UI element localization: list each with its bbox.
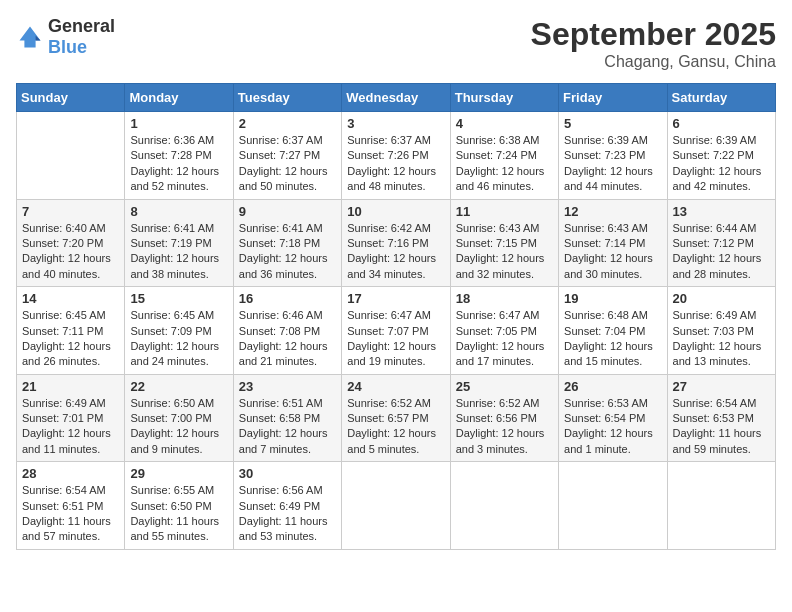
- day-number: 9: [239, 204, 336, 219]
- daylight-text: Daylight: 12 hours and 9 minutes.: [130, 426, 227, 457]
- weekday-header-cell: Tuesday: [233, 84, 341, 112]
- day-number: 2: [239, 116, 336, 131]
- daylight-text: Daylight: 12 hours and 13 minutes.: [673, 339, 770, 370]
- day-number: 7: [22, 204, 119, 219]
- day-number: 29: [130, 466, 227, 481]
- sunset-text: Sunset: 7:04 PM: [564, 324, 661, 339]
- calendar-cell: 29Sunrise: 6:55 AMSunset: 6:50 PMDayligh…: [125, 462, 233, 550]
- calendar-cell: [667, 462, 775, 550]
- day-info: Sunrise: 6:52 AMSunset: 6:57 PMDaylight:…: [347, 396, 444, 458]
- day-info: Sunrise: 6:48 AMSunset: 7:04 PMDaylight:…: [564, 308, 661, 370]
- sunset-text: Sunset: 7:26 PM: [347, 148, 444, 163]
- daylight-text: Daylight: 12 hours and 46 minutes.: [456, 164, 553, 195]
- calendar-cell: 5Sunrise: 6:39 AMSunset: 7:23 PMDaylight…: [559, 112, 667, 200]
- daylight-text: Daylight: 12 hours and 50 minutes.: [239, 164, 336, 195]
- sunset-text: Sunset: 7:05 PM: [456, 324, 553, 339]
- calendar-cell: 30Sunrise: 6:56 AMSunset: 6:49 PMDayligh…: [233, 462, 341, 550]
- day-number: 28: [22, 466, 119, 481]
- day-number: 16: [239, 291, 336, 306]
- calendar-cell: 24Sunrise: 6:52 AMSunset: 6:57 PMDayligh…: [342, 374, 450, 462]
- day-info: Sunrise: 6:44 AMSunset: 7:12 PMDaylight:…: [673, 221, 770, 283]
- title-block: September 2025 Chagang, Gansu, China: [531, 16, 776, 71]
- day-info: Sunrise: 6:39 AMSunset: 7:22 PMDaylight:…: [673, 133, 770, 195]
- day-number: 26: [564, 379, 661, 394]
- calendar-cell: 16Sunrise: 6:46 AMSunset: 7:08 PMDayligh…: [233, 287, 341, 375]
- day-info: Sunrise: 6:56 AMSunset: 6:49 PMDaylight:…: [239, 483, 336, 545]
- day-info: Sunrise: 6:54 AMSunset: 6:51 PMDaylight:…: [22, 483, 119, 545]
- daylight-text: Daylight: 11 hours and 59 minutes.: [673, 426, 770, 457]
- daylight-text: Daylight: 11 hours and 55 minutes.: [130, 514, 227, 545]
- day-info: Sunrise: 6:37 AMSunset: 7:26 PMDaylight:…: [347, 133, 444, 195]
- calendar-cell: 27Sunrise: 6:54 AMSunset: 6:53 PMDayligh…: [667, 374, 775, 462]
- calendar-week-row: 1Sunrise: 6:36 AMSunset: 7:28 PMDaylight…: [17, 112, 776, 200]
- day-info: Sunrise: 6:40 AMSunset: 7:20 PMDaylight:…: [22, 221, 119, 283]
- day-info: Sunrise: 6:46 AMSunset: 7:08 PMDaylight:…: [239, 308, 336, 370]
- sunset-text: Sunset: 6:57 PM: [347, 411, 444, 426]
- daylight-text: Daylight: 12 hours and 15 minutes.: [564, 339, 661, 370]
- daylight-text: Daylight: 12 hours and 21 minutes.: [239, 339, 336, 370]
- day-number: 27: [673, 379, 770, 394]
- sunrise-text: Sunrise: 6:42 AM: [347, 221, 444, 236]
- calendar-cell: 3Sunrise: 6:37 AMSunset: 7:26 PMDaylight…: [342, 112, 450, 200]
- sunset-text: Sunset: 7:15 PM: [456, 236, 553, 251]
- sunrise-text: Sunrise: 6:49 AM: [673, 308, 770, 323]
- sunrise-text: Sunrise: 6:39 AM: [673, 133, 770, 148]
- sunset-text: Sunset: 6:50 PM: [130, 499, 227, 514]
- calendar-cell: 22Sunrise: 6:50 AMSunset: 7:00 PMDayligh…: [125, 374, 233, 462]
- day-info: Sunrise: 6:36 AMSunset: 7:28 PMDaylight:…: [130, 133, 227, 195]
- sunset-text: Sunset: 7:01 PM: [22, 411, 119, 426]
- sunrise-text: Sunrise: 6:41 AM: [239, 221, 336, 236]
- calendar-cell: 20Sunrise: 6:49 AMSunset: 7:03 PMDayligh…: [667, 287, 775, 375]
- month-title: September 2025: [531, 16, 776, 53]
- calendar-week-row: 14Sunrise: 6:45 AMSunset: 7:11 PMDayligh…: [17, 287, 776, 375]
- daylight-text: Daylight: 12 hours and 5 minutes.: [347, 426, 444, 457]
- day-number: 6: [673, 116, 770, 131]
- sunrise-text: Sunrise: 6:46 AM: [239, 308, 336, 323]
- calendar-week-row: 7Sunrise: 6:40 AMSunset: 7:20 PMDaylight…: [17, 199, 776, 287]
- daylight-text: Daylight: 12 hours and 40 minutes.: [22, 251, 119, 282]
- daylight-text: Daylight: 12 hours and 32 minutes.: [456, 251, 553, 282]
- day-info: Sunrise: 6:53 AMSunset: 6:54 PMDaylight:…: [564, 396, 661, 458]
- sunrise-text: Sunrise: 6:36 AM: [130, 133, 227, 148]
- day-number: 10: [347, 204, 444, 219]
- calendar-cell: 23Sunrise: 6:51 AMSunset: 6:58 PMDayligh…: [233, 374, 341, 462]
- daylight-text: Daylight: 11 hours and 53 minutes.: [239, 514, 336, 545]
- sunset-text: Sunset: 7:16 PM: [347, 236, 444, 251]
- day-number: 25: [456, 379, 553, 394]
- sunrise-text: Sunrise: 6:43 AM: [456, 221, 553, 236]
- day-info: Sunrise: 6:37 AMSunset: 7:27 PMDaylight:…: [239, 133, 336, 195]
- sunrise-text: Sunrise: 6:45 AM: [22, 308, 119, 323]
- day-number: 24: [347, 379, 444, 394]
- weekday-header-cell: Wednesday: [342, 84, 450, 112]
- sunset-text: Sunset: 6:49 PM: [239, 499, 336, 514]
- day-number: 13: [673, 204, 770, 219]
- sunrise-text: Sunrise: 6:52 AM: [347, 396, 444, 411]
- sunrise-text: Sunrise: 6:53 AM: [564, 396, 661, 411]
- day-info: Sunrise: 6:45 AMSunset: 7:11 PMDaylight:…: [22, 308, 119, 370]
- daylight-text: Daylight: 12 hours and 38 minutes.: [130, 251, 227, 282]
- sunrise-text: Sunrise: 6:44 AM: [673, 221, 770, 236]
- day-info: Sunrise: 6:50 AMSunset: 7:00 PMDaylight:…: [130, 396, 227, 458]
- sunrise-text: Sunrise: 6:43 AM: [564, 221, 661, 236]
- calendar-cell: 18Sunrise: 6:47 AMSunset: 7:05 PMDayligh…: [450, 287, 558, 375]
- sunrise-text: Sunrise: 6:56 AM: [239, 483, 336, 498]
- calendar-cell: [17, 112, 125, 200]
- sunset-text: Sunset: 6:58 PM: [239, 411, 336, 426]
- calendar-cell: 25Sunrise: 6:52 AMSunset: 6:56 PMDayligh…: [450, 374, 558, 462]
- sunset-text: Sunset: 6:51 PM: [22, 499, 119, 514]
- sunrise-text: Sunrise: 6:37 AM: [239, 133, 336, 148]
- sunset-text: Sunset: 7:19 PM: [130, 236, 227, 251]
- calendar-table: SundayMondayTuesdayWednesdayThursdayFrid…: [16, 83, 776, 550]
- daylight-text: Daylight: 11 hours and 57 minutes.: [22, 514, 119, 545]
- calendar-cell: 21Sunrise: 6:49 AMSunset: 7:01 PMDayligh…: [17, 374, 125, 462]
- sunset-text: Sunset: 7:28 PM: [130, 148, 227, 163]
- sunset-text: Sunset: 7:09 PM: [130, 324, 227, 339]
- day-info: Sunrise: 6:38 AMSunset: 7:24 PMDaylight:…: [456, 133, 553, 195]
- day-info: Sunrise: 6:49 AMSunset: 7:01 PMDaylight:…: [22, 396, 119, 458]
- sunset-text: Sunset: 7:18 PM: [239, 236, 336, 251]
- calendar-cell: 28Sunrise: 6:54 AMSunset: 6:51 PMDayligh…: [17, 462, 125, 550]
- day-number: 12: [564, 204, 661, 219]
- page-header: General Blue September 2025 Chagang, Gan…: [16, 16, 776, 71]
- day-number: 20: [673, 291, 770, 306]
- calendar-cell: 8Sunrise: 6:41 AMSunset: 7:19 PMDaylight…: [125, 199, 233, 287]
